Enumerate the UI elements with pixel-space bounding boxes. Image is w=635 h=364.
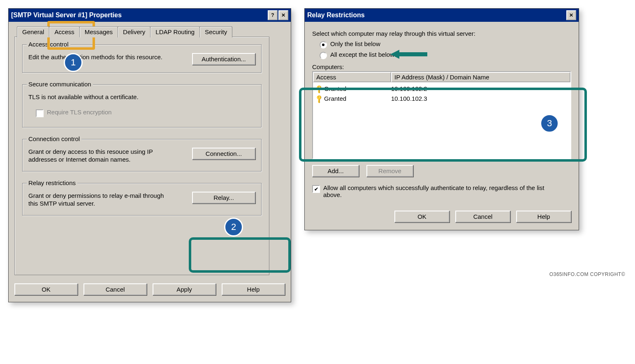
tab-messages[interactable]: Messages (79, 26, 118, 37)
desc-conn-control: Grant or deny access to this resouce usi… (28, 148, 164, 164)
add-remove-row: Add... Remove (312, 165, 571, 177)
listview-header: Access IP Address (Mask) / Domain Name (313, 72, 570, 82)
window-title: [SMTP Virtual Server #1] Properties (11, 12, 122, 19)
computers-label: Computers: (312, 63, 571, 70)
checkbox-icon (36, 109, 44, 117)
client-area-right: Select which computer may relay through … (305, 22, 579, 230)
close-icon[interactable]: ✕ (566, 10, 576, 20)
require-tls-checkbox: Require TLS encryption (36, 109, 255, 117)
group-access-control: Access control Edit the authentication m… (22, 44, 262, 73)
radio-only-list[interactable]: Only the list below (320, 40, 571, 49)
titlebar-left: [SMTP Virtual Server #1] Properties ? ✕ (9, 9, 291, 22)
cancel-button[interactable]: Cancel (83, 283, 147, 295)
add-button[interactable]: Add... (312, 165, 359, 177)
radio-icon (320, 52, 327, 59)
apply-button[interactable]: Apply (153, 283, 216, 295)
dialog-buttons-left: OK Cancel Apply Help (14, 283, 285, 295)
col-ip[interactable]: IP Address (Mask) / Domain Name (391, 72, 570, 82)
allow-auth-label: Allow all computers which successfully a… (323, 184, 554, 198)
row-access: Granted (324, 84, 346, 94)
tab-security[interactable]: Security (199, 26, 232, 37)
relay-button[interactable]: Relay... (192, 192, 255, 204)
tab-delivery[interactable]: Delivery (118, 26, 151, 37)
row-ip: 10.100.102.3 (391, 94, 568, 104)
group-secure-comm: Secure communication TLS is not availabl… (22, 84, 262, 128)
computers-listview[interactable]: Access IP Address (Mask) / Domain Name 🔑… (312, 71, 571, 159)
help-button[interactable]: Help (222, 283, 285, 295)
row-ip: 10.100.102.2 (391, 84, 568, 94)
connection-button[interactable]: Connection... (192, 148, 255, 160)
legend-access-control: Access control (27, 41, 70, 48)
tab-ldap-routing[interactable]: LDAP Routing (150, 26, 200, 37)
remove-button: Remove (366, 165, 413, 177)
relay-restrictions-window: Relay Restrictions ✕ Select which comput… (304, 8, 579, 230)
dialog-buttons-right: OK Cancel Help (312, 211, 571, 223)
titlebar-right: Relay Restrictions ✕ (305, 9, 579, 22)
help-icon[interactable]: ? (268, 10, 278, 20)
legend-conn-control: Connection control (27, 135, 81, 142)
group-connection-control: Connection control Grant or deny access … (22, 139, 262, 172)
radio-all-except[interactable]: All except the list below (320, 51, 571, 59)
radio-only-list-label: Only the list below (330, 40, 380, 47)
desc-access-control: Edit the authentication methods for this… (28, 53, 162, 61)
tabstrip: General Access Messages Delivery LDAP Ro… (17, 26, 285, 37)
checkbox-icon: ✔ (312, 185, 320, 193)
properties-window: [SMTP Virtual Server #1] Properties ? ✕ … (8, 8, 291, 302)
tab-access[interactable]: Access (49, 26, 79, 37)
col-access[interactable]: Access (313, 72, 391, 82)
desc-secure-comm: TLS is not available without a certifica… (28, 93, 164, 101)
require-tls-label: Require TLS encryption (47, 109, 111, 116)
allow-auth-checkbox[interactable]: ✔ Allow all computers which successfully… (312, 184, 571, 198)
authentication-button[interactable]: Authentication... (192, 53, 255, 65)
tab-general[interactable]: General (17, 26, 49, 37)
radio-icon (320, 41, 327, 49)
ok-button[interactable]: OK (394, 211, 450, 223)
row-access: Granted (324, 94, 346, 104)
legend-secure-comm: Secure communication (27, 81, 93, 88)
intro-text: Select which computer may relay through … (312, 30, 571, 37)
key-icon: 🔑 (313, 83, 325, 95)
list-item[interactable]: 🔑Granted 10.100.102.2 (313, 84, 570, 94)
window-title-right: Relay Restrictions (307, 12, 365, 19)
desc-relay: Grant or deny permissions to relay e-mai… (28, 192, 164, 208)
legend-relay: Relay restrictions (27, 179, 77, 186)
key-icon: 🔑 (313, 93, 325, 104)
listview-rows: 🔑Granted 10.100.102.2 🔑Granted 10.100.10… (313, 82, 570, 105)
group-relay: Relay restrictions Grant or deny permiss… (22, 183, 262, 216)
ok-button[interactable]: OK (14, 283, 78, 295)
help-button[interactable]: Help (516, 211, 571, 223)
client-area-left: General Access Messages Delivery LDAP Ro… (9, 22, 291, 302)
cancel-button[interactable]: Cancel (455, 211, 510, 223)
close-icon[interactable]: ✕ (278, 10, 288, 20)
list-item[interactable]: 🔑Granted 10.100.102.3 (313, 94, 570, 104)
radio-all-except-label: All except the list below (330, 51, 394, 58)
tab-body: Access control Edit the authentication m… (14, 37, 269, 275)
copyright-text: O365INFO.COM COPYRIGHT© (549, 271, 625, 277)
